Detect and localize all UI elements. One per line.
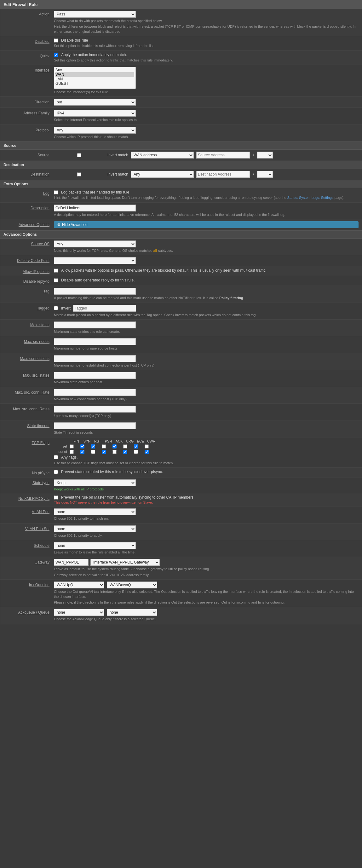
- in-out-pipe-row: In / Out pipe WANUpQ none WANDownQ none …: [0, 580, 362, 607]
- diffserv-label: Diffserv Code Point: [17, 258, 50, 263]
- tagged-invert-checkbox[interactable]: [54, 306, 58, 310]
- description-label: Description: [31, 206, 50, 210]
- outof-fin-cb[interactable]: [70, 450, 74, 454]
- direction-select[interactable]: in out any: [54, 99, 136, 105]
- tagged-input[interactable]: [73, 305, 136, 312]
- tcp-flags-row: TCP Flags FIN SYN RST PSH ACK URG ECE CW…: [0, 437, 362, 468]
- diffserv-select[interactable]: [54, 257, 136, 264]
- state-type-select[interactable]: Keep Synproxy None Sloppy: [54, 479, 136, 486]
- disable-reply-to-checkbox[interactable]: [54, 278, 58, 282]
- ackqueue-select1[interactable]: none: [54, 609, 104, 616]
- log-row: Log Log packets that are handled by this…: [0, 188, 362, 203]
- allow-ip-options-hint: Allow packets with IP options to pass. O…: [61, 268, 267, 273]
- vlan-prio-set-select[interactable]: none 0123 4567: [54, 525, 136, 532]
- gateway-controls: Interface WAN_PPPOE Gateway Default: [54, 559, 359, 566]
- tcp-flag-fin-label: FIN: [72, 439, 80, 443]
- set-ece-cb[interactable]: [134, 444, 138, 448]
- destination-invert-label: Invert match: [107, 172, 128, 177]
- destination-invert-checkbox[interactable]: [54, 173, 104, 177]
- action-label: Action: [39, 12, 50, 17]
- interface-select[interactable]: Any WAN LAN GUEST: [54, 67, 136, 89]
- log-checkbox[interactable]: [54, 190, 58, 194]
- source-os-select[interactable]: Any: [54, 241, 136, 247]
- gateway-row: Gateway Interface WAN_PPPOE Gateway Defa…: [0, 557, 362, 580]
- tag-row: Tag A packet matching this rule can be m…: [0, 286, 362, 303]
- destination-mask-select[interactable]: [257, 171, 273, 178]
- address-family-select[interactable]: IPv4 IPv6 IPv4+IPv6: [54, 110, 136, 117]
- no-xmlrpc-sync-checkbox[interactable]: [54, 495, 58, 500]
- vlan-prio-label: VLAN Prio: [32, 509, 50, 514]
- gateway-select[interactable]: Interface WAN_PPPOE Gateway Default: [91, 559, 160, 566]
- any-flags-checkbox[interactable]: [54, 455, 58, 459]
- max-states-input[interactable]: [54, 321, 136, 329]
- vlan-prio-select[interactable]: none 0123 4567: [54, 508, 136, 515]
- state-timeout-input[interactable]: [54, 422, 136, 429]
- address-family-label: Address Family: [23, 111, 50, 115]
- outof-psh-cb[interactable]: [102, 450, 106, 454]
- no-pfsync-checkbox[interactable]: [54, 470, 58, 474]
- direction-label: Direction: [35, 100, 50, 104]
- no-xmlrpc-sync-row: No XMLRPC Sync Prevent the rule on Maste…: [0, 493, 362, 506]
- outof-cwr-cb[interactable]: [144, 450, 149, 454]
- outof-ece-cb[interactable]: [134, 450, 138, 454]
- in-out-pipe-hint2: Please note, if the direction is In then…: [54, 600, 359, 605]
- disabled-row: Disabled Disable this rule Set this opti…: [0, 36, 362, 51]
- max-src-conn-rate-input[interactable]: [54, 389, 136, 396]
- in-pipe-select[interactable]: WANUpQ none: [54, 582, 104, 588]
- no-xmlrpc-sync-hint1: Prevent the rule on Master from automati…: [61, 495, 193, 500]
- set-ack-cb[interactable]: [112, 444, 117, 448]
- max-connections-label: Max. connections: [20, 356, 50, 361]
- destination-select[interactable]: Any WAN address LAN address: [131, 171, 194, 178]
- ackqueue-row: Ackqueue / Queue none none Choose the Ac…: [0, 607, 362, 624]
- max-src-conn-rates-input[interactable]: [54, 406, 136, 412]
- set-psh-cb[interactable]: [102, 444, 106, 448]
- hide-advanced-button[interactable]: ⚙ Hide Advanced: [54, 221, 359, 228]
- allow-ip-options-checkbox[interactable]: [54, 269, 58, 273]
- source-invert-checkbox[interactable]: [54, 153, 104, 157]
- set-fin-cb[interactable]: [70, 444, 74, 448]
- tcp-flags-outof-checkboxes: [68, 450, 152, 454]
- outof-ack-cb[interactable]: [112, 450, 117, 454]
- max-src-nodes-input[interactable]: [54, 338, 136, 345]
- quick-label: Quick: [40, 54, 50, 58]
- disabled-checkbox[interactable]: [54, 38, 58, 42]
- tag-input[interactable]: [54, 288, 136, 295]
- set-syn-cb[interactable]: [80, 444, 85, 448]
- outof-syn-cb[interactable]: [80, 450, 85, 454]
- quick-checkbox[interactable]: [54, 53, 58, 57]
- description-input[interactable]: [54, 205, 136, 212]
- max-src-states-input[interactable]: [54, 372, 136, 379]
- outof-rst-cb[interactable]: [91, 450, 95, 454]
- gateway-input[interactable]: [54, 559, 89, 566]
- allow-ip-options-label: Allow IP options: [23, 270, 50, 274]
- source-select[interactable]: WAN address Any LAN address: [131, 152, 194, 158]
- source-label: Source: [37, 153, 50, 157]
- set-rst-cb[interactable]: [91, 444, 95, 448]
- max-src-conn-rates-row: Max. src. conn. Rates / per how many sec…: [0, 404, 362, 421]
- outof-urg-cb[interactable]: [123, 450, 127, 454]
- protocol-row: Protocol Any TCP UDP TCP/UDP ICMP Choose…: [0, 125, 362, 142]
- ackqueue-select2[interactable]: none: [107, 609, 157, 616]
- action-hint2: Hint: the difference between block and r…: [54, 24, 359, 34]
- max-src-conn-rate-row: Max. src. conn. Rate Maximum new connect…: [0, 387, 362, 404]
- log-settings-link[interactable]: Status: System Logs: Settings: [287, 196, 334, 199]
- protocol-hint: Choose which IP protocol this rule shoul…: [54, 134, 359, 139]
- max-connections-input[interactable]: [54, 355, 136, 362]
- action-select[interactable]: Pass Block Reject: [54, 11, 136, 18]
- destination-label: Destination: [31, 172, 50, 177]
- quick-row: Quick Apply the action immediately on ma…: [0, 51, 362, 65]
- destination-address-input[interactable]: [196, 171, 250, 178]
- out-pipe-select[interactable]: WANDownQ none: [107, 582, 157, 588]
- protocol-select[interactable]: Any TCP UDP TCP/UDP ICMP: [54, 127, 136, 134]
- vlan-prio-set-row: VLAN Prio Set none 0123 4567 Choose 802.…: [0, 524, 362, 540]
- max-src-nodes-row: Max. src nodes Maximum number of unique …: [0, 336, 362, 353]
- disabled-label: Disabled: [35, 39, 50, 44]
- tcp-flags-section: FIN SYN RST PSH ACK URG ECE CWR set: [54, 439, 359, 466]
- schedule-select[interactable]: none: [54, 542, 136, 549]
- source-mask-select[interactable]: [257, 152, 273, 158]
- source-address-input[interactable]: [196, 152, 250, 158]
- set-cwr-cb[interactable]: [144, 444, 149, 448]
- set-urg-cb[interactable]: [123, 444, 127, 448]
- state-type-hint: Keep: works with all IP protocols: [54, 487, 359, 491]
- max-src-states-hint: Maximum state entries per host.: [54, 380, 359, 384]
